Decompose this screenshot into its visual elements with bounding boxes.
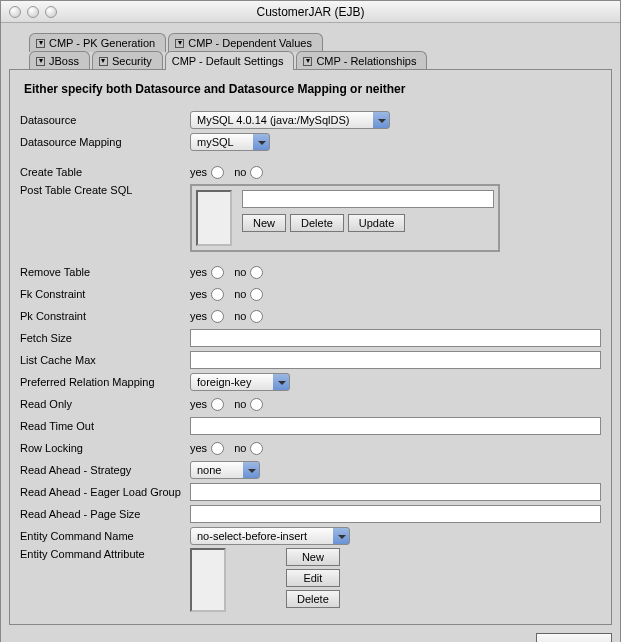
entity-cmd-name-select[interactable]: no-select-before-insert (190, 527, 350, 545)
label-read-timeout: Read Time Out (20, 420, 190, 432)
radio-label-no: no (234, 166, 246, 178)
tab-cmp-default-settings[interactable]: CMP - Default Settings (165, 51, 295, 70)
tab-cmp-pk-generation[interactable]: ▾CMP - PK Generation (29, 33, 166, 52)
label-datasource: Datasource (20, 114, 190, 126)
label-create-table: Create Table (20, 166, 190, 178)
fk-yes[interactable] (211, 288, 224, 301)
remove-table-yes[interactable] (211, 266, 224, 279)
pk-yes[interactable] (211, 310, 224, 323)
attr-new-button[interactable]: New (286, 548, 340, 566)
list-cache-max-input[interactable] (190, 351, 601, 369)
label-pk-constraint: Pk Constraint (20, 310, 190, 322)
sql-delete-button[interactable]: Delete (290, 214, 344, 232)
create-table-yes[interactable] (211, 166, 224, 179)
window-title: CustomerJAR (EJB) (1, 5, 620, 19)
datasource-select[interactable]: MySQL 4.0.14 (java:/MySqlDS) (190, 111, 390, 129)
tab-cmp-relationships[interactable]: ▾CMP - Relationships (296, 51, 427, 70)
tab-label: CMP - Relationships (316, 55, 416, 67)
attr-edit-button[interactable]: Edit (286, 569, 340, 587)
pref-rel-map-select[interactable]: foreign-key (190, 373, 290, 391)
sql-input[interactable] (242, 190, 494, 208)
label-entity-cmd-attr: Entity Command Attribute (20, 548, 190, 560)
attr-delete-button[interactable]: Delete (286, 590, 340, 608)
row-locking-yes[interactable] (211, 442, 224, 455)
radio-label-yes: yes (190, 166, 207, 178)
label-pref-rel-map: Preferred Relation Mapping (20, 376, 190, 388)
chevron-down-icon: ▾ (175, 39, 184, 48)
fetch-size-input[interactable] (190, 329, 601, 347)
chevron-down-icon: ▾ (303, 57, 312, 66)
settings-panel: Either specify both Datasource and Datas… (9, 69, 612, 625)
tab-label: CMP - Dependent Values (188, 37, 312, 49)
tab-jboss[interactable]: ▾JBoss (29, 51, 90, 70)
read-ahead-page-input[interactable] (190, 505, 601, 523)
pk-no[interactable] (250, 310, 263, 323)
read-only-yes[interactable] (211, 398, 224, 411)
label-read-ahead-eager: Read Ahead - Eager Load Group (20, 486, 190, 498)
tab-label: Security (112, 55, 152, 67)
sql-new-button[interactable]: New (242, 214, 286, 232)
sql-update-button[interactable]: Update (348, 214, 405, 232)
label-fetch-size: Fetch Size (20, 332, 190, 344)
titlebar: CustomerJAR (EJB) (1, 1, 620, 23)
chevron-down-icon: ▾ (99, 57, 108, 66)
label-entity-cmd-name: Entity Command Name (20, 530, 190, 542)
read-ahead-eager-input[interactable] (190, 483, 601, 501)
read-ahead-strategy-select[interactable]: none (190, 461, 260, 479)
label-remove-table: Remove Table (20, 266, 190, 278)
chevron-down-icon: ▾ (36, 39, 45, 48)
label-read-only: Read Only (20, 398, 190, 410)
read-only-no[interactable] (250, 398, 263, 411)
fk-no[interactable] (250, 288, 263, 301)
label-read-ahead-strategy: Read Ahead - Strategy (20, 464, 190, 476)
tab-cmp-dependent-values[interactable]: ▾CMP - Dependent Values (168, 33, 323, 52)
remove-table-no[interactable] (250, 266, 263, 279)
panel-heading: Either specify both Datasource and Datas… (24, 82, 601, 96)
tab-security[interactable]: ▾Security (92, 51, 163, 70)
label-read-ahead-page: Read Ahead - Page Size (20, 508, 190, 520)
label-row-locking: Row Locking (20, 442, 190, 454)
tab-label: JBoss (49, 55, 79, 67)
datasource-mapping-select[interactable]: mySQL (190, 133, 270, 151)
label-fk-constraint: Fk Constraint (20, 288, 190, 300)
close-icon[interactable] (9, 6, 21, 18)
label-post-table-sql: Post Table Create SQL (20, 184, 190, 196)
row-locking-no[interactable] (250, 442, 263, 455)
minimize-icon[interactable] (27, 6, 39, 18)
read-timeout-input[interactable] (190, 417, 601, 435)
update-button[interactable]: Update (536, 633, 612, 642)
zoom-icon[interactable] (45, 6, 57, 18)
label-list-cache-max: List Cache Max (20, 354, 190, 366)
tab-label: CMP - PK Generation (49, 37, 155, 49)
tab-label: CMP - Default Settings (172, 55, 284, 67)
entity-attr-list[interactable] (190, 548, 226, 612)
create-table-no[interactable] (250, 166, 263, 179)
label-datasource-mapping: Datasource Mapping (20, 136, 190, 148)
chevron-down-icon: ▾ (36, 57, 45, 66)
sql-list[interactable] (196, 190, 232, 246)
post-table-sql-group: New Delete Update (190, 184, 500, 252)
